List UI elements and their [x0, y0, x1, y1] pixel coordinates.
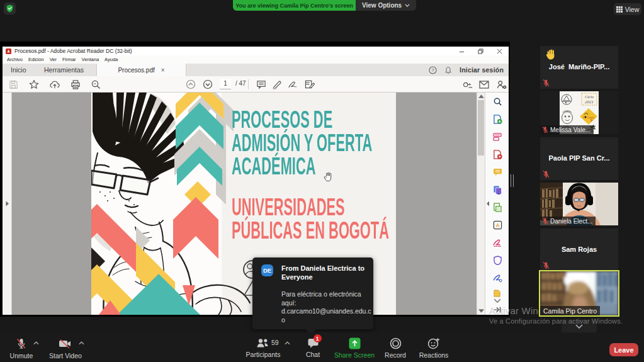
start-video-label: Start Video: [49, 352, 82, 359]
request-sign-icon[interactable]: [497, 79, 507, 89]
send-link-icon[interactable]: [463, 79, 473, 89]
sign-pen-icon[interactable]: [288, 79, 298, 89]
tool-fill-sign-icon[interactable]: [492, 237, 502, 247]
tab-document[interactable]: Procesos.pdf ×: [96, 64, 186, 76]
tool-protect-icon[interactable]: [492, 255, 502, 265]
acrobat-menubar: Archivo Edición Ver Firmar Ventana Ayuda: [3, 55, 509, 64]
record-label: Record: [385, 351, 406, 359]
participant-name: José Mariño-PIP...: [540, 63, 618, 71]
participant-tile-sam[interactable]: Sam Rojas: [540, 229, 618, 271]
participant-tile-daniela[interactable]: Daniela Elect...: [540, 183, 618, 225]
camera-off-icon: [58, 337, 73, 350]
participants-label: Participants: [246, 351, 281, 358]
menu-firmar[interactable]: Firmar: [62, 57, 76, 62]
close-button[interactable]: [490, 47, 509, 55]
participants-button[interactable]: 59 Participants: [247, 337, 280, 358]
tools-collapse-icon[interactable]: [486, 201, 490, 206]
minimize-button[interactable]: [452, 47, 471, 55]
restore-button[interactable]: [471, 47, 490, 55]
search-icon[interactable]: [91, 79, 101, 89]
acrobat-titlebar[interactable]: Procesos.pdf - Adobe Acrobat Reader DC (…: [3, 47, 509, 55]
page-total-label: / 47: [235, 80, 246, 87]
participants-options-caret[interactable]: [285, 341, 290, 345]
shield-check-icon: [6, 4, 14, 13]
tab-close-icon[interactable]: ×: [161, 67, 165, 74]
participant-tile-melissa[interactable]: Ciclo 2021 PIP Centro Melissa Vale...: [540, 91, 618, 134]
comment-icon[interactable]: [256, 79, 266, 89]
window-title: Procesos.pdf - Adobe Acrobat Reader DC (…: [14, 48, 132, 54]
page-up-icon[interactable]: [186, 79, 196, 89]
chevron-down-icon: [575, 324, 583, 329]
start-video-button[interactable]: Start Video: [49, 337, 82, 359]
video-options-caret[interactable]: [79, 341, 84, 345]
chat-title-line2: Everyone: [281, 273, 364, 281]
chat-button[interactable]: 1 Chat: [300, 337, 325, 358]
menu-ventana[interactable]: Ventana: [82, 57, 99, 62]
muted-mic-icon: [541, 126, 549, 133]
mic-muted-icon: [15, 337, 28, 350]
chat-notification-popup[interactable]: DE From Daniela Electrica to Everyone Pa…: [252, 257, 373, 329]
tools-more-chevron-icon[interactable]: [494, 299, 500, 303]
unmute-button[interactable]: Unmute: [8, 337, 35, 359]
save-icon[interactable]: [8, 79, 18, 89]
menu-ver[interactable]: Ver: [50, 57, 57, 62]
tool-more-icon[interactable]: [492, 288, 502, 298]
tool-combine-icon[interactable]: [492, 184, 502, 195]
menu-archivo[interactable]: Archivo: [7, 57, 23, 62]
view-options-label: View Options: [362, 2, 402, 9]
zoom-meeting-window: You are viewing Camila Pip Centro's scre…: [0, 0, 644, 362]
security-shield-button[interactable]: [4, 3, 16, 14]
panel-divider-handle[interactable]: [511, 174, 514, 187]
menu-ayuda[interactable]: Ayuda: [105, 57, 118, 62]
participant-tile-jose[interactable]: José Mariño-PIP...: [540, 46, 618, 89]
unmute-label: Unmute: [10, 352, 33, 359]
page-down-icon[interactable]: [203, 79, 213, 89]
tool-organize-icon[interactable]: [492, 202, 502, 212]
view-button[interactable]: View: [614, 3, 641, 15]
tool-search-icon[interactable]: [492, 96, 502, 106]
tools-pane: A: [485, 93, 509, 315]
tool-export-pdf-icon[interactable]: [492, 114, 502, 124]
scroll-up-icon[interactable]: [478, 94, 484, 98]
tool-scan-icon[interactable]: A: [492, 220, 502, 230]
reactions-button[interactable]: Reactions: [417, 337, 450, 359]
participant-tile-camila[interactable]: Camila Pip Centro: [539, 270, 619, 317]
tool-create-pdf-icon[interactable]: [492, 149, 502, 159]
grid-icon: [616, 6, 623, 13]
bell-icon[interactable]: [444, 66, 452, 74]
page-number-input[interactable]: 1: [220, 79, 231, 89]
tab-inicio[interactable]: Inicio: [11, 64, 26, 76]
scroll-down-icon[interactable]: [478, 309, 484, 313]
share-cloud-icon[interactable]: [50, 79, 60, 89]
tool-comment-icon[interactable]: [492, 167, 502, 177]
document-scrollbar[interactable]: [477, 93, 485, 315]
tab-inicio-label: Inicio: [11, 66, 26, 74]
email-icon[interactable]: [479, 79, 489, 89]
zoom-control-bar: Unmute Start Video 59 Participa: [0, 332, 644, 362]
toolbar-divider: [248, 79, 249, 89]
share-screen-button[interactable]: Share Screen: [336, 337, 373, 359]
chat-unread-badge: 1: [314, 334, 322, 342]
tab-herramientas[interactable]: Herramientas: [44, 64, 84, 76]
leave-button[interactable]: Leave: [609, 343, 638, 356]
participants-icon: [256, 337, 270, 349]
sign-in-button[interactable]: Iniciar sesión: [460, 66, 504, 74]
menu-edicion[interactable]: Edición: [28, 57, 44, 62]
record-button[interactable]: Record: [381, 337, 409, 359]
view-options-button[interactable]: View Options: [356, 0, 416, 11]
tool-certificate-icon[interactable]: [492, 273, 502, 283]
tool-edit-pdf-icon[interactable]: [492, 132, 502, 142]
star-icon[interactable]: [29, 79, 39, 89]
highlight-icon[interactable]: [272, 79, 282, 89]
help-icon[interactable]: ?: [429, 66, 437, 74]
acrobat-tabbar: Inicio Herramientas Procesos.pdf × ? Ini…: [3, 64, 509, 76]
participant-tile-paola[interactable]: Paola PIP San Cr...: [540, 137, 618, 180]
participant-name-chip: Camila Pip Centro: [540, 306, 600, 315]
chat-body-line1: Para eléctrica o electrónica: [281, 290, 371, 299]
slide-title-line2: ADMISIÓN Y OFERTA: [232, 131, 372, 154]
fill-sign-icon[interactable]: [305, 79, 315, 89]
print-icon[interactable]: [71, 79, 81, 89]
mic-options-caret[interactable]: [33, 341, 39, 345]
scrollbar-thumb[interactable]: [478, 100, 484, 156]
nav-pane-strip[interactable]: [3, 93, 12, 315]
